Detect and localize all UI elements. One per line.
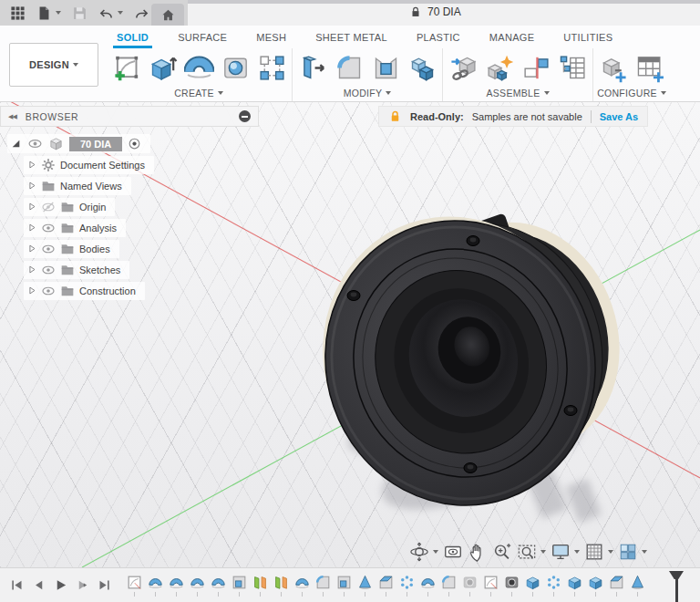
ribbon-button[interactable] — [180, 49, 217, 86]
nav-tool-button[interactable] — [549, 542, 582, 562]
expand-triangle-icon[interactable] — [26, 202, 36, 212]
timeline-feature[interactable] — [481, 574, 499, 597]
timeline-feature[interactable] — [397, 574, 416, 597]
workspace-tab[interactable]: SURFACE — [163, 26, 242, 48]
ribbon-button[interactable] — [481, 49, 518, 86]
timeline-feature[interactable] — [230, 574, 248, 597]
ribbon-group-label[interactable]: ASSEMBLE — [486, 88, 549, 99]
timeline-feature[interactable] — [607, 574, 625, 597]
workspace-tab[interactable]: UTILITIES — [549, 26, 627, 48]
ribbon-button[interactable] — [217, 49, 253, 86]
expand-triangle-icon[interactable] — [26, 244, 36, 254]
timeline-feature[interactable] — [439, 574, 458, 597]
ribbon-button[interactable] — [367, 49, 404, 86]
nav-tool-button[interactable] — [466, 542, 489, 562]
timeline-feature[interactable] — [418, 574, 437, 597]
ribbon-button[interactable] — [144, 49, 180, 86]
timeline-feature[interactable] — [335, 574, 353, 597]
timeline-feature[interactable] — [544, 574, 562, 597]
nav-tool-button[interactable] — [515, 542, 548, 562]
expand-triangle-icon[interactable] — [26, 160, 36, 170]
timeline-feature[interactable] — [502, 574, 520, 597]
playback-button[interactable] — [31, 577, 46, 593]
toolbar-button[interactable] — [34, 2, 64, 24]
expand-triangle-icon[interactable] — [26, 285, 36, 296]
tree-row[interactable]: Construction — [24, 280, 259, 301]
workspace-tab[interactable]: SHEET METAL — [301, 26, 402, 48]
nav-tool-button[interactable] — [616, 542, 649, 562]
timeline-feature[interactable] — [314, 574, 332, 597]
expand-triangle-icon[interactable] — [26, 181, 36, 191]
visibility-eye-icon[interactable] — [41, 221, 56, 235]
nav-tool-button[interactable] — [441, 542, 465, 562]
activate-component-radio[interactable] — [128, 137, 141, 150]
timeline-feature[interactable] — [188, 574, 206, 597]
toolbar-button[interactable] — [7, 2, 28, 24]
expand-triangle-icon[interactable] — [26, 223, 36, 233]
timeline-feature[interactable] — [355, 574, 374, 597]
timeline-feature[interactable] — [523, 574, 541, 597]
panel-options-button[interactable] — [239, 110, 251, 122]
timeline-feature[interactable] — [586, 574, 604, 597]
visibility-eye-icon[interactable] — [41, 242, 56, 256]
timeline-feature[interactable] — [376, 574, 395, 597]
timeline-feature[interactable] — [565, 574, 583, 597]
timeline-feature[interactable] — [251, 574, 269, 597]
timeline-feature[interactable] — [628, 574, 646, 597]
save-as-button[interactable]: Save As — [600, 111, 638, 122]
ribbon-group-label[interactable]: MODIFY — [344, 88, 392, 99]
ribbon-group-label[interactable]: CREATE — [174, 88, 223, 99]
visibility-eye-icon[interactable] — [27, 136, 43, 151]
ribbon-button[interactable] — [632, 49, 668, 86]
document-tab[interactable]: 70 DIA — [409, 0, 461, 24]
timeline-feature[interactable] — [460, 574, 479, 597]
nav-tool-button[interactable] — [407, 542, 440, 562]
playback-button[interactable] — [75, 577, 90, 593]
timeline-feature[interactable] — [125, 574, 143, 597]
workspace-tab[interactable]: PLASTIC — [402, 26, 475, 48]
expand-triangle-icon[interactable] — [26, 265, 36, 275]
visibility-eye-icon[interactable] — [41, 200, 56, 214]
playback-button[interactable] — [9, 577, 25, 593]
visibility-eye-icon[interactable] — [41, 263, 56, 277]
expanded-triangle-icon[interactable] — [10, 138, 22, 150]
ribbon-button[interactable] — [554, 49, 591, 86]
workspace-switcher[interactable]: DESIGN — [9, 43, 98, 87]
tree-row[interactable]: Document Settings — [24, 154, 259, 175]
root-component-name[interactable]: 70 DIA — [69, 137, 122, 151]
visibility-eye-icon[interactable] — [41, 284, 56, 298]
timeline-feature[interactable] — [146, 574, 164, 597]
nav-tool-button[interactable] — [582, 542, 615, 562]
timeline-position-marker[interactable] — [669, 571, 684, 602]
playback-button[interactable] — [53, 577, 68, 593]
toolbar-button[interactable] — [69, 2, 90, 24]
timeline-feature[interactable] — [167, 574, 185, 597]
home-view-button[interactable] — [151, 4, 184, 26]
tree-row[interactable]: Origin — [24, 196, 259, 217]
ribbon-group-label[interactable]: CONFIGURE — [597, 88, 666, 99]
ribbon-button[interactable] — [108, 49, 144, 86]
workspace-tab[interactable]: MESH — [242, 26, 301, 48]
tree-row[interactable]: Sketches — [24, 259, 259, 280]
timeline-feature[interactable] — [209, 574, 227, 597]
workspace-tab[interactable]: SOLID — [102, 26, 163, 48]
timeline-feature[interactable] — [272, 574, 290, 597]
nav-tool-button[interactable] — [490, 542, 514, 562]
ribbon-button[interactable] — [253, 49, 290, 86]
playback-button[interactable] — [97, 577, 112, 593]
collapse-panel-icon[interactable]: ◀◀ — [8, 113, 16, 120]
ribbon-button[interactable] — [294, 49, 331, 86]
tree-row[interactable]: Analysis — [24, 217, 259, 238]
tree-row[interactable]: Named Views — [24, 175, 259, 196]
toolbar-button[interactable] — [96, 2, 126, 24]
ribbon-button[interactable] — [445, 49, 481, 86]
ribbon-button[interactable] — [595, 49, 632, 86]
tree-row[interactable]: Bodies — [24, 238, 259, 259]
tree-root-row[interactable]: 70 DIA — [0, 133, 259, 154]
ribbon-button[interactable] — [404, 49, 440, 86]
browser-header[interactable]: ◀◀ BROWSER — [0, 106, 259, 127]
timeline-feature[interactable] — [293, 574, 311, 597]
workspace-tab[interactable]: MANAGE — [475, 26, 549, 48]
ribbon-button[interactable] — [331, 49, 367, 86]
ribbon-button[interactable] — [518, 49, 554, 86]
